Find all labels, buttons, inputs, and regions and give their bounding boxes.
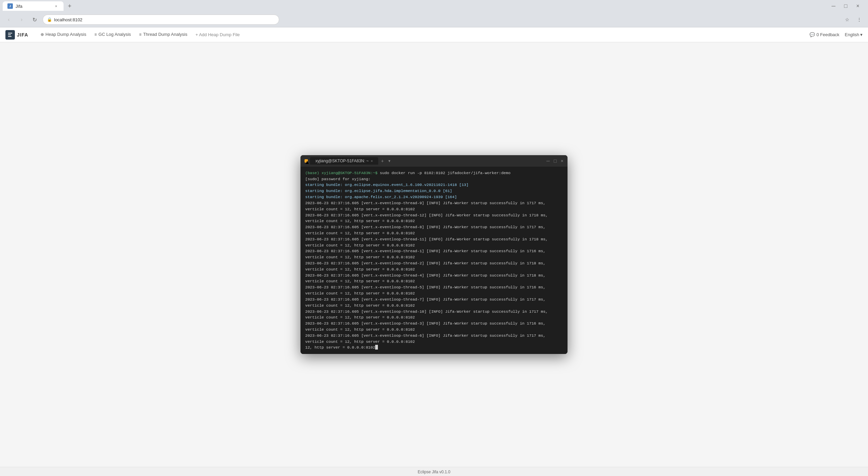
terminal-minimize-button[interactable]: ─ [546, 158, 550, 164]
terminal-command: sudo docker run -p 8102:8102 jifadocker/… [380, 171, 510, 175]
forward-button[interactable]: › [17, 15, 26, 24]
minimize-button[interactable]: ─ [829, 1, 838, 11]
terminal-tab-close-button[interactable]: × [371, 159, 373, 163]
app-nav: JIFA ⊕ Heap Dump Analysis ≡ GC Log Analy… [0, 27, 868, 42]
add-heap-dump-label: + Add Heap Dump File [195, 32, 240, 37]
app-logo-icon [5, 30, 15, 40]
app-logo: JIFA [5, 30, 28, 40]
nav-right: 💬 0 Feedback English ▾ [810, 32, 863, 37]
terminal-win-controls: ─ □ × [546, 158, 563, 164]
terminal-line: 2023-06-23 02:37:16.605 [vert.x-eventloo… [305, 309, 563, 321]
terminal-line: 2023-06-23 02:37:16.605 [vert.x-eventloo… [305, 212, 563, 224]
terminal-line: starting bundle: org.apache.felix.scr_2.… [305, 194, 563, 200]
terminal-warning-icon: ▲ [305, 159, 308, 163]
tab-title: Jifa [16, 4, 51, 9]
lock-icon: 🔒 [47, 17, 52, 22]
feedback-icon: 💬 [810, 32, 815, 37]
browser-menu-button[interactable]: ⋮ [854, 15, 864, 24]
close-window-button[interactable]: × [853, 1, 863, 11]
url-bar[interactable]: 🔒 localhost:8102 [43, 15, 279, 25]
gc-log-icon: ≡ [94, 32, 97, 37]
browser-tab[interactable]: J Jifa × [3, 1, 64, 11]
feedback-label: 0 Feedback [816, 32, 839, 37]
terminal-close-button[interactable]: × [561, 158, 563, 164]
app-logo-text: JIFA [17, 32, 28, 38]
feedback-button[interactable]: 💬 0 Feedback [810, 32, 839, 37]
terminal-line: 12, http server = 0.0.0.0:8102 [305, 344, 563, 351]
bookmark-button[interactable]: ☆ [842, 15, 852, 24]
terminal-line: 2023-06-23 02:37:16.605 [vert.x-eventloo… [305, 248, 563, 260]
add-heap-dump-button[interactable]: + Add Heap Dump File [191, 27, 244, 42]
terminal-line: 2023-06-23 02:37:16.605 [vert.x-eventloo… [305, 200, 563, 212]
new-tab-button[interactable]: + [65, 1, 74, 11]
terminal-titlebar: ▲ xyjiang@SKTOP-51FA83N: ~ × + ▾ ─ □ × [300, 155, 568, 167]
terminal-cursor [375, 345, 378, 350]
terminal-tab[interactable]: xyjiang@SKTOP-51FA83N: ~ × [310, 157, 378, 165]
terminal-tab-label: xyjiang@SKTOP-51FA83N: ~ [315, 159, 369, 163]
terminal-line: 2023-06-23 02:37:16.605 [vert.x-eventloo… [305, 284, 563, 296]
terminal-line: starting bundle: org.eclipse.jifa.hda.im… [305, 188, 563, 194]
nav-item-heap-dump[interactable]: ⊕ Heap Dump Analysis [37, 27, 91, 42]
refresh-button[interactable]: ↻ [30, 15, 39, 24]
terminal-window: ▲ xyjiang@SKTOP-51FA83N: ~ × + ▾ ─ □ × (… [300, 155, 568, 354]
language-chevron-icon: ▾ [860, 32, 863, 37]
terminal-line: (base) xyjiang@SKTOP-51FA83N:~$ sudo doc… [305, 170, 563, 176]
thread-dump-icon: ≡ [139, 32, 141, 37]
heap-dump-icon: ⊕ [41, 32, 44, 37]
status-text: Eclipse Jifa v0.1.0 [418, 470, 451, 474]
nav-item-gc-log[interactable]: ≡ GC Log Analysis [90, 27, 135, 42]
terminal-line: 2023-06-23 02:37:16.605 [vert.x-eventloo… [305, 236, 563, 248]
tab-close-button[interactable]: × [53, 3, 59, 9]
main-content: ▲ xyjiang@SKTOP-51FA83N: ~ × + ▾ ─ □ × (… [0, 42, 868, 467]
terminal-line: starting bundle: org.eclipse.equinox.eve… [305, 182, 563, 188]
terminal-line: 2023-06-23 02:37:16.605 [vert.x-eventloo… [305, 320, 563, 333]
terminal-body: (base) xyjiang@SKTOP-51FA83N:~$ sudo doc… [300, 167, 568, 354]
terminal-prompt: (base) xyjiang@SKTOP-51FA83N:~$ [305, 171, 380, 175]
toolbar-right: ☆ ⋮ [842, 15, 864, 24]
nav-item-thread-dump-label: Thread Dump Analysis [143, 32, 187, 37]
terminal-tab-more-button[interactable]: ▾ [386, 159, 392, 163]
address-bar: ‹ › ↻ 🔒 localhost:8102 ☆ ⋮ [0, 12, 868, 27]
language-button[interactable]: English ▾ [845, 32, 863, 37]
terminal-line: [sudo] password for xyjiang: [305, 176, 563, 182]
terminal-line: 2023-06-23 02:37:16.605 [vert.x-eventloo… [305, 296, 563, 309]
maximize-button[interactable]: □ [841, 1, 850, 11]
url-text: localhost:8102 [54, 17, 82, 22]
tab-bar: J Jifa × + ─ □ × [0, 0, 868, 12]
status-bar: Eclipse Jifa v0.1.0 [0, 467, 868, 476]
terminal-maximize-button[interactable]: □ [554, 158, 556, 164]
terminal-line: 2023-06-23 02:37:16.605 [vert.x-eventloo… [305, 333, 563, 345]
nav-item-heap-dump-label: Heap Dump Analysis [46, 32, 87, 37]
terminal-new-tab-button[interactable]: + [378, 158, 386, 164]
nav-item-gc-log-label: GC Log Analysis [98, 32, 131, 37]
terminal-line: 2023-06-23 02:37:16.605 [vert.x-eventloo… [305, 260, 563, 272]
terminal-tab-area: ▲ xyjiang@SKTOP-51FA83N: ~ × + ▾ [305, 157, 392, 165]
back-button[interactable]: ‹ [4, 15, 14, 24]
language-label: English [845, 32, 859, 37]
window-controls: ─ □ × [829, 1, 865, 11]
tab-favicon: J [7, 3, 13, 9]
terminal-line: 2023-06-23 02:37:16.605 [vert.x-eventloo… [305, 272, 563, 285]
terminal-line: 2023-06-23 02:37:16.605 [vert.x-eventloo… [305, 224, 563, 236]
nav-item-thread-dump[interactable]: ≡ Thread Dump Analysis [135, 27, 191, 42]
